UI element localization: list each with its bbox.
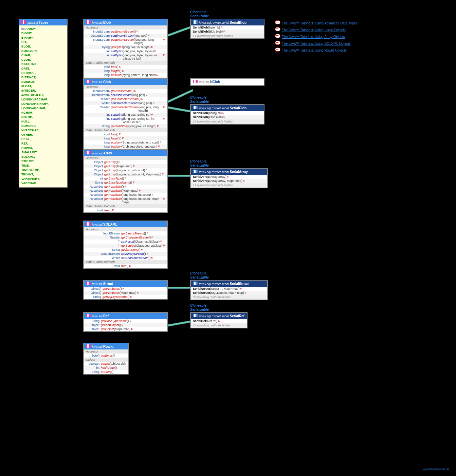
method-row: StringgetBaseTypeName ()E xyxy=(84,319,167,323)
class-icon xyxy=(193,314,198,317)
rowid-header: java.sql.RowId xyxy=(84,343,128,349)
method-row: byte[]getBytes (long pos, int length)E xyxy=(84,45,167,49)
hidden-methods-note: 11 overriding methods hidden xyxy=(191,183,267,188)
method-row: SerialBlob (Blob blob)E xyxy=(191,30,264,34)
oracle-icon xyxy=(275,34,280,38)
class-serialstruct: javax.sql.rowset.serial.SerialStruct Ser… xyxy=(190,280,268,300)
section-label: Other Public Methods xyxy=(84,61,167,65)
tag-cloneable: Cloneable xyxy=(190,304,206,307)
tag-cloneable: Cloneable xyxy=(190,159,206,163)
method-row: intsetBytes (long pos, byte[] bytes, int… xyxy=(84,53,167,61)
interface-icon xyxy=(86,80,91,83)
method-row: SerialArray (Array array, Map> map)E xyxy=(191,179,267,183)
section-label: Object xyxy=(84,358,128,362)
interface-icon xyxy=(86,282,91,285)
connector xyxy=(166,287,191,289)
serialstruct-header: javax.sql.rowset.serial.SerialStruct xyxy=(191,281,267,287)
ref-header: java.sql.Ref xyxy=(84,313,167,319)
interface-blob: java.sql.Blob Accessor InputStreamgetBin… xyxy=(83,19,168,86)
tutorial-link[interactable]: The Java™ Tutorials: Using Array Objects xyxy=(275,34,345,39)
nclob-header: java.sql.NClob xyxy=(191,79,264,85)
method-row: InputStreamgetAsciiStream ()E xyxy=(84,89,167,93)
method-row: intsetBytes (long pos, byte[] bytes)E xyxy=(84,49,167,53)
tag-serializable: Serializable xyxy=(190,308,209,311)
method-row: voidfree ()E xyxy=(84,208,167,212)
method-row: ResultSetgetResultSet ()E xyxy=(84,185,167,189)
tag-cloneable: Cloneable xyxy=(190,271,206,275)
method-row: inthashCode () xyxy=(84,366,128,370)
hidden-methods-note: 4 overriding methods hidden xyxy=(191,323,247,328)
method-row: OutputStreamsetAsciiStream (long pos)E xyxy=(84,93,167,97)
struct-header: java.sql.Struct xyxy=(84,281,167,287)
method-row: ResultSetgetResultSet (long index, int c… xyxy=(84,197,167,204)
interface-icon xyxy=(86,222,91,226)
section-label: Accessor xyxy=(84,85,167,89)
tutorial-link[interactable]: The Java™ Tutorials: Using RowId Objects xyxy=(275,47,347,52)
method-row: Objectget/setObject ()E xyxy=(84,323,167,327)
method-row: StringgetSubString (long pos, int length… xyxy=(84,124,167,128)
class-types: java.sql.Types int ARRAY,BIGINT,BINARY,B… xyxy=(19,19,68,188)
method-row: SerialStruct (SQLData in, Map> map)E xyxy=(191,291,267,295)
serialarray-header: javax.sql.rowset.serial.SerialArray xyxy=(191,169,267,175)
array-header: java.sql.Array xyxy=(84,150,167,156)
interface-clob: java.sql.Clob Accessor InputStreamgetAsc… xyxy=(83,78,168,153)
method-row: voidfree ()E xyxy=(84,132,167,136)
oracle-icon xyxy=(275,41,280,45)
section-label: Accessor xyxy=(84,25,167,30)
method-row: byte[]getBytes () xyxy=(84,354,128,358)
interface-icon xyxy=(21,20,26,24)
connector xyxy=(167,26,190,37)
serialblob-header: javax.sql.rowset.serial.SerialBlob xyxy=(191,19,264,25)
tutorial-link[interactable]: The Java™ Tutorials: Using Advanced Data… xyxy=(275,20,358,25)
types-body: int ARRAY,BIGINT,BINARY,BIT,BLOB,BOOLEAN… xyxy=(19,25,67,187)
tutorial-link[interactable]: The Java™ Tutorials: Using SQLXML Object… xyxy=(275,41,351,45)
sqlxml-header: java.sql.SQLXML xyxy=(84,221,167,227)
class-icon xyxy=(193,20,198,24)
tag-serializable: Serializable xyxy=(190,14,209,18)
clob-header: java.sql.Clob xyxy=(84,79,167,85)
footer-credit: www.falkhausen.de xyxy=(423,468,449,471)
method-row: voidfree ()E xyxy=(84,264,167,268)
method-row: voidfree ()E xyxy=(84,65,167,69)
method-row: SerialBlob (byte[] b)E xyxy=(191,25,264,30)
interface-icon xyxy=(193,80,198,83)
method-row: WritersetCharacterStream (long pos)E xyxy=(84,101,167,105)
method-row: longposition (byte[] pattern, long start… xyxy=(84,73,167,77)
tutorial-link[interactable]: The Java™ Tutorials: Using Large Objects xyxy=(275,27,346,32)
method-row: SerialRef (Ref ref)E xyxy=(191,319,247,323)
connector xyxy=(166,175,191,177)
method-row: OutputStreamsetBinaryStream ()E xyxy=(84,252,167,256)
method-row: ObjectgetArray (Map> map)E xyxy=(84,164,167,168)
method-row: Stringget/setString ()E xyxy=(84,248,167,252)
hidden-methods-note: 11 overriding methods hidden xyxy=(191,34,264,38)
method-row: ObjectgetArray ()E xyxy=(84,160,167,164)
interface-icon xyxy=(86,20,91,24)
method-row: ReadergetCharacterStream (long pos, long… xyxy=(84,105,167,113)
class-serialarray: javax.sql.rowset.serial.SerialArray Seri… xyxy=(190,168,268,188)
method-row: SerialArray (Array array)E xyxy=(191,175,267,179)
method-row: StringgetSQLTypeName ()E xyxy=(84,295,167,299)
method-row: ReadergetCharacterStream ()E xyxy=(84,235,167,240)
method-row: ResultSetgetResultSet (long index, int c… xyxy=(84,193,167,197)
method-row: booleanequals (Object obj) xyxy=(84,362,128,366)
method-row: ObjectgetObject (Map> map)E xyxy=(84,327,167,331)
method-row: StringtoString () xyxy=(84,370,128,374)
method-row: Object[]getAttributes ()E xyxy=(84,287,167,291)
class-serialblob: javax.sql.rowset.serial.SerialBlob Seria… xyxy=(190,19,265,39)
section-label: Accessor xyxy=(84,349,128,354)
method-row: intsetString (long pos, String str, int … xyxy=(84,117,167,124)
serialclob-header: javax.sql.rowset.serial.SerialClob xyxy=(191,105,264,111)
connector xyxy=(167,89,194,103)
tag-serializable: Serializable xyxy=(190,164,209,167)
method-row: Object[]getAttributes (Map> map)E xyxy=(84,291,167,295)
method-row: longlength ()E xyxy=(84,69,167,73)
method-row: SerialClob (Clob clob)E xyxy=(191,115,264,119)
interface-rowid: java.sql.RowId Accessor byte[]getBytes (… xyxy=(83,343,129,375)
interface-array: java.sql.Array Accessor ObjectgetArray (… xyxy=(83,149,168,213)
interface-ref: java.sql.Ref StringgetBaseTypeName ()EOb… xyxy=(83,312,168,332)
interface-icon xyxy=(86,344,91,348)
section-label: Other Public Methods xyxy=(84,260,167,264)
method-row: TsetResult (Class resultClass)E xyxy=(84,240,167,244)
method-row: SerialClob (char[] ch)E xyxy=(191,111,264,115)
oracle-icon xyxy=(275,27,280,31)
